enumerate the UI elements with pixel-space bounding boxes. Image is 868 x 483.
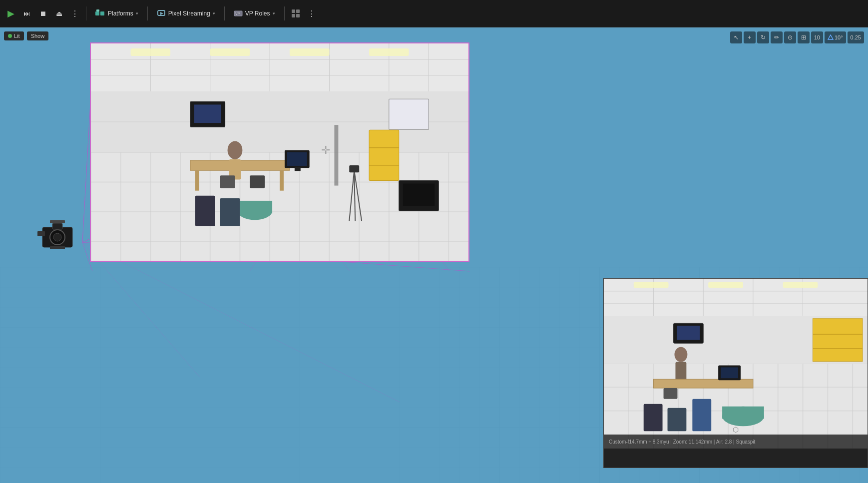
viewport-controls-right: ↖ + ↻ ✏ ⊙ ⊞ 10 10° 0.25: [730, 31, 864, 43]
toolbar-more-button[interactable]: ⋮: [305, 6, 319, 20]
extra-icon-button[interactable]: [289, 6, 303, 20]
ceiling-tiles: [91, 43, 468, 91]
show-button[interactable]: Show: [27, 31, 49, 40]
lit-button[interactable]: Lit: [4, 31, 24, 40]
secondary-camera-view: Custom-f14.7mm ÷ 8.3myu | Zoom: 11.142mm…: [603, 278, 868, 468]
snap-angle-value: 10°: [835, 34, 843, 40]
secondary-camera-photo: Custom-f14.7mm ÷ 8.3myu | Zoom: 11.142mm…: [604, 279, 868, 449]
svg-marker-4: [160, 12, 163, 15]
pixel-streaming-label: Pixel Streaming: [168, 10, 210, 17]
camera-info-text: Custom-f14.7mm ÷ 8.3myu | Zoom: 11.142mm…: [609, 439, 755, 445]
svg-rect-10: [296, 14, 300, 17]
svg-rect-103: [668, 408, 687, 432]
vp-roles-icon: VP: [234, 9, 243, 17]
svg-rect-2: [96, 9, 99, 11]
svg-rect-104: [692, 399, 711, 431]
svg-marker-74: [828, 35, 833, 39]
svg-rect-39: [210, 48, 250, 56]
vp-roles-dropdown[interactable]: VP VP Roles ▾: [229, 7, 280, 19]
lit-dot: [8, 34, 12, 38]
svg-rect-68: [349, 165, 359, 172]
snap-angle-button[interactable]: 10°: [825, 31, 846, 43]
angle-icon: [828, 34, 834, 40]
grid-view-icon: [291, 9, 300, 18]
sec-ceiling: [604, 279, 868, 316]
svg-rect-41: [369, 48, 409, 56]
svg-rect-27: [50, 220, 65, 223]
svg-rect-70: [287, 152, 307, 165]
add-mode-button[interactable]: +: [744, 31, 756, 43]
lit-label: Lit: [14, 33, 20, 39]
svg-rect-71: [295, 167, 301, 171]
move-cursor-icon: ✛: [321, 144, 330, 157]
svg-rect-51: [195, 170, 199, 190]
camera-object: [30, 217, 90, 257]
main-camera-photo: ✛: [91, 43, 468, 261]
svg-rect-40: [290, 48, 330, 56]
svg-rect-0: [95, 11, 99, 15]
main-camera-view: ✛: [90, 42, 469, 262]
svg-rect-8: [296, 9, 300, 13]
separator-1: [86, 6, 86, 20]
stop-button[interactable]: ⏹: [36, 6, 50, 20]
svg-rect-57: [369, 130, 399, 180]
cursor-mode-button[interactable]: ↖: [730, 31, 742, 43]
svg-rect-64: [220, 198, 240, 226]
svg-rect-26: [37, 231, 45, 236]
svg-text:VP: VP: [235, 12, 240, 15]
svg-rect-101: [722, 407, 764, 419]
svg-rect-99: [664, 388, 678, 399]
svg-rect-102: [644, 404, 663, 432]
grid-size-value: 10: [814, 34, 820, 40]
platforms-chevron: ▾: [136, 11, 138, 16]
camera-3d-icon: [30, 217, 90, 257]
pixel-streaming-icon: [157, 9, 166, 17]
svg-rect-98: [721, 368, 738, 379]
svg-rect-62: [237, 201, 272, 213]
separator-3: [224, 6, 225, 20]
svg-point-24: [53, 233, 61, 241]
platforms-label: Platforms: [108, 10, 133, 17]
separator-2: [147, 6, 148, 20]
svg-rect-60: [334, 125, 338, 185]
platforms-dropdown[interactable]: Platforms ▾: [90, 7, 143, 19]
rotate-mode-button[interactable]: ↻: [757, 31, 769, 43]
edit-mode-button[interactable]: ✏: [771, 31, 783, 43]
svg-point-94: [674, 347, 687, 362]
play-button[interactable]: ▶: [4, 6, 18, 20]
scale-value: 0.25: [851, 34, 861, 40]
more-options-button[interactable]: ⋮: [68, 6, 82, 20]
svg-rect-1: [100, 11, 104, 15]
svg-rect-73: [403, 183, 435, 206]
pixel-streaming-chevron: ▾: [213, 11, 215, 16]
snap-mode-button[interactable]: ⊙: [784, 31, 796, 43]
svg-rect-95: [675, 362, 686, 381]
viewport-controls: Lit Show: [4, 31, 48, 40]
eject-button[interactable]: ⏏: [52, 6, 66, 20]
step-button[interactable]: ⏭: [20, 6, 34, 20]
svg-rect-55: [220, 175, 235, 188]
svg-rect-82: [634, 282, 669, 288]
svg-point-53: [228, 141, 243, 159]
scene-objects: [91, 120, 468, 261]
platforms-icon: [95, 9, 105, 17]
svg-rect-28: [50, 246, 65, 249]
svg-rect-9: [292, 14, 295, 17]
svg-rect-84: [783, 282, 818, 288]
vp-roles-chevron: ▾: [273, 11, 275, 16]
svg-rect-25: [52, 223, 62, 229]
svg-rect-63: [195, 195, 215, 226]
svg-line-65: [349, 170, 354, 221]
svg-rect-56: [250, 175, 265, 188]
show-label: Show: [31, 33, 45, 39]
separator-4: [284, 6, 285, 20]
svg-rect-52: [280, 170, 284, 190]
svg-rect-83: [708, 282, 743, 288]
grid-snap-button[interactable]: ⊞: [798, 31, 810, 43]
pixel-streaming-dropdown[interactable]: Pixel Streaming ▾: [152, 7, 220, 19]
grid-size-button[interactable]: 10: [811, 31, 823, 43]
vp-roles-label: VP Roles: [245, 10, 270, 17]
svg-rect-38: [131, 48, 171, 56]
camera-info-bar: Custom-f14.7mm ÷ 8.3myu | Zoom: 11.142mm…: [604, 435, 868, 449]
scale-button[interactable]: 0.25: [848, 31, 864, 43]
